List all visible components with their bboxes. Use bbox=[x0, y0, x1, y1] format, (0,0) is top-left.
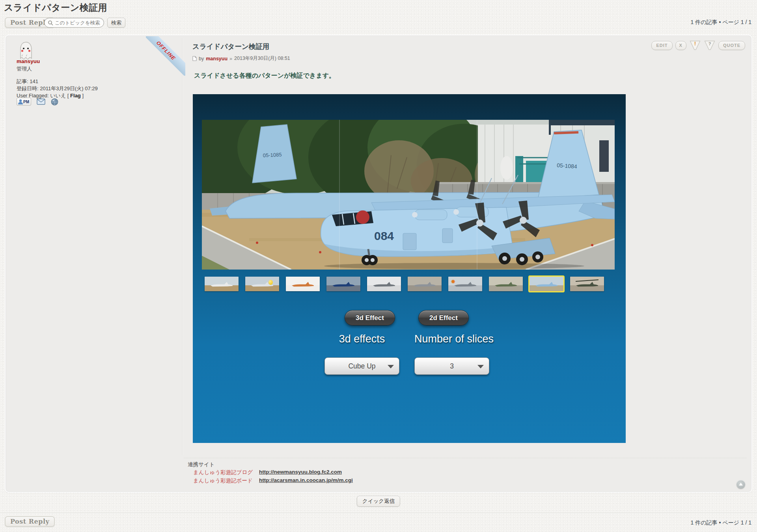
back-to-top-button[interactable] bbox=[736, 480, 745, 489]
signature-divider bbox=[184, 458, 747, 459]
slices-select-value: 3 bbox=[450, 362, 454, 370]
rear-tail-number: 05-1085 bbox=[263, 152, 282, 158]
post-reply-button-bottom[interactable]: Post Reply bbox=[5, 516, 55, 527]
search-input-wrap[interactable] bbox=[44, 18, 104, 28]
chevron-down-icon bbox=[388, 365, 394, 368]
byline-author-link[interactable]: mansyuu bbox=[206, 56, 227, 61]
svg-text:!: ! bbox=[694, 41, 696, 47]
pagination-bottom: 1 件の記事 • ページ 1 / 1 bbox=[691, 519, 751, 526]
post-body-text: スライドさせる各種のパターンが検証できます。 bbox=[194, 72, 335, 80]
delete-button[interactable]: X bbox=[675, 41, 686, 50]
profile-rank: 管理人 bbox=[17, 65, 32, 73]
profile-posts-row: 記事: 141 bbox=[17, 78, 38, 85]
thumbnail-7-F-4-with-drag-chute[interactable]: ✸ bbox=[448, 277, 482, 291]
blog-link[interactable]: http://newmansyuu.blog.fc2.com bbox=[259, 469, 342, 476]
thumbnail-8-green-C-1-transport[interactable] bbox=[489, 277, 523, 291]
effects-3d-label: 3d effects bbox=[324, 333, 399, 345]
slideshow-main-photo[interactable]: 05-1085 05-1084 bbox=[202, 120, 615, 270]
post-page-icon bbox=[192, 56, 197, 61]
website-globe-icon[interactable] bbox=[51, 98, 58, 106]
profile-username[interactable]: mansyuu bbox=[17, 58, 40, 64]
user-icon bbox=[18, 99, 23, 105]
offline-ribbon-box: OFFLINE bbox=[146, 36, 185, 76]
post-byline: by mansyuu » 2013年9月30日(月) 08:51 bbox=[192, 55, 290, 62]
edit-button[interactable]: EDIT bbox=[651, 41, 672, 50]
thumbnail-6-gray-jet-by-hangar[interactable] bbox=[408, 277, 442, 291]
thumbnail-2-jet-with-yellow-balloon[interactable] bbox=[245, 277, 279, 291]
quote-button[interactable]: QUOTE bbox=[718, 41, 745, 50]
nose-number: 084 bbox=[374, 229, 394, 242]
slices-label: Number of slices bbox=[414, 333, 489, 345]
thumbnail-10-dark-helicopter[interactable] bbox=[570, 277, 604, 291]
effect-select[interactable]: Cube Up bbox=[324, 357, 399, 375]
thumbnail-strip: ✸ bbox=[205, 277, 604, 291]
chevron-down-icon bbox=[477, 365, 484, 368]
email-icon[interactable] bbox=[37, 99, 45, 105]
topic-search-bar: 検索 bbox=[44, 18, 125, 28]
slideshow-widget: 05-1085 05-1084 bbox=[193, 94, 626, 443]
search-button[interactable]: 検索 bbox=[107, 18, 125, 28]
page-title: スライドパターン検証用 bbox=[4, 2, 107, 14]
footer-divider bbox=[0, 513, 757, 513]
column-divider bbox=[182, 38, 183, 456]
effect-3d-button[interactable]: 3d Effect bbox=[345, 310, 395, 326]
svg-text:?: ? bbox=[709, 41, 711, 46]
topic-panel: mansyuu 管理人 記事: 141 登録日時: 2011年3月29日(火) … bbox=[5, 35, 752, 493]
pagination-top: 1 件の記事 • ページ 1 / 1 bbox=[691, 19, 751, 26]
signature-row-board: まんしゅう彩遊記ボード http://acarsman.in.coocan.jp… bbox=[193, 477, 353, 484]
post-action-buttons: EDIT X ! ? QUOTE bbox=[651, 40, 745, 50]
info-button[interactable]: ? bbox=[704, 40, 716, 50]
signature-heading: 連携サイト bbox=[188, 461, 214, 468]
report-button[interactable]: ! bbox=[689, 40, 701, 50]
search-input[interactable] bbox=[55, 20, 101, 26]
thumbnail-4-blue-F-2-fighter[interactable] bbox=[326, 277, 360, 291]
contact-icons-row: PM bbox=[17, 98, 58, 106]
signature-row-blog: まんしゅう彩遊記ブログ http://newmansyuu.blog.fc2.c… bbox=[193, 469, 342, 476]
thumbnail-5-gray-fighter-flying[interactable] bbox=[367, 277, 401, 291]
slices-select[interactable]: 3 bbox=[414, 357, 489, 375]
effect-2d-button[interactable]: 2d Effect bbox=[418, 310, 469, 326]
thumbnail-3-orange-trainer-flying[interactable] bbox=[286, 277, 320, 291]
board-link[interactable]: http://acarsman.in.coocan.jp/m/m.cgi bbox=[259, 477, 353, 484]
flag-link[interactable]: Flag bbox=[70, 93, 81, 99]
post-title: スライドパターン検証用 bbox=[192, 42, 269, 51]
effect-select-value: Cube Up bbox=[348, 362, 375, 370]
up-arrow-icon bbox=[739, 483, 743, 485]
thumbnail-9-blue-C-130-hercules[interactable] bbox=[530, 277, 563, 291]
pm-button[interactable]: PM bbox=[17, 98, 31, 106]
profile-joined-row: 登録日時: 2011年3月29日(火) 07:29 bbox=[17, 85, 98, 92]
quick-reply-button[interactable]: クイック返信 bbox=[357, 496, 400, 507]
search-icon bbox=[48, 20, 53, 26]
thumbnail-1-white-jet-taxiing[interactable] bbox=[205, 277, 239, 291]
offline-badge: OFFLINE bbox=[146, 36, 185, 76]
